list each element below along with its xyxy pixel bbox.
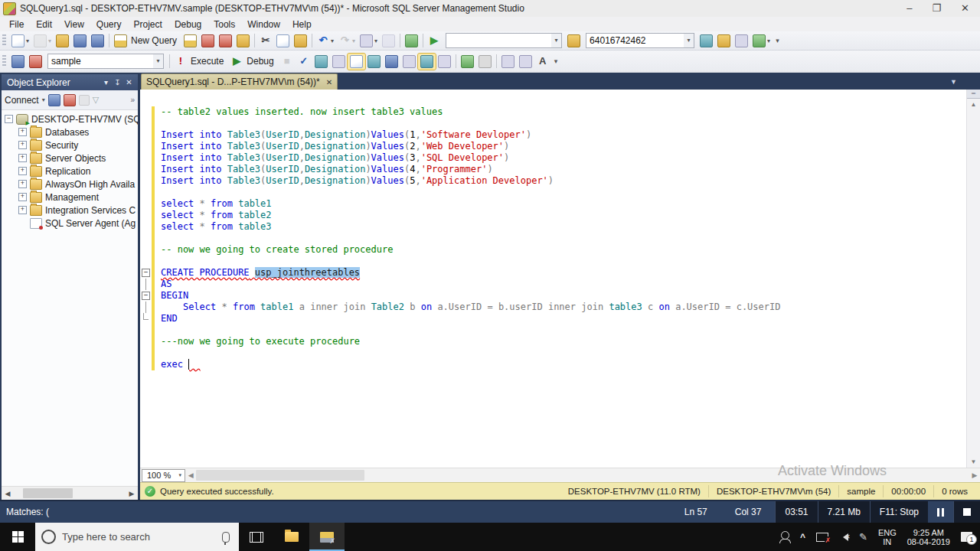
editor-vscrollbar[interactable]: ═ ▲ ▼ (966, 90, 980, 468)
zoom-combo[interactable]: 100 % ▾ (142, 469, 185, 482)
query-designer-icon[interactable] (330, 54, 348, 70)
tree-item-replication[interactable]: +Replication (2, 165, 138, 178)
ssms-taskbar-button[interactable] (309, 523, 345, 551)
redo-icon[interactable]: ↷▾ (336, 33, 358, 48)
new-file-icon[interactable]: ▾ (9, 33, 31, 49)
chevron-down-icon[interactable]: ▾ (42, 96, 45, 103)
overflow-icon[interactable]: » (130, 96, 135, 104)
refresh-icon[interactable] (79, 95, 90, 106)
expand-icon[interactable]: + (18, 154, 27, 162)
expand-icon[interactable]: + (18, 128, 27, 136)
tree-item-sql-server-agent-ag[interactable]: SQL Server Agent (Ag (2, 217, 138, 230)
tab-list-dropdown-icon[interactable]: ▼ (950, 78, 957, 86)
tree-item-management[interactable]: +Management (2, 191, 138, 204)
language-indicator[interactable]: ENG IN (878, 528, 897, 546)
include-client-statistics-icon[interactable] (383, 54, 400, 70)
pin-icon[interactable]: ↧ (112, 78, 123, 86)
expand-icon[interactable]: + (18, 141, 27, 149)
menu-edit[interactable]: Edit (30, 18, 58, 31)
query-toolbar-overflow[interactable]: ▾ (554, 57, 558, 65)
change-database-icon[interactable] (27, 54, 44, 70)
database-engine-query-icon[interactable] (181, 33, 199, 49)
chevron-down-icon[interactable]: ▾ (551, 34, 561, 47)
increase-indent-icon[interactable] (517, 54, 534, 70)
template-explorer-icon[interactable] (565, 33, 583, 49)
notification-icon[interactable] (961, 532, 972, 542)
people-icon[interactable] (781, 531, 789, 540)
scroll-left-icon[interactable]: ◀ (185, 471, 196, 479)
collapse-region-icon[interactable]: − (142, 269, 150, 277)
process-id-combo[interactable]: 64016742462▾ (586, 33, 694, 48)
database-combo[interactable]: sample▾ (47, 54, 164, 69)
tab-close-icon[interactable]: ✕ (326, 78, 332, 86)
mdx-query-icon[interactable] (199, 33, 217, 49)
open-file-icon[interactable] (54, 33, 71, 49)
paste-icon[interactable] (292, 33, 309, 49)
menu-project[interactable]: Project (128, 18, 168, 31)
scroll-up-icon[interactable]: ▲ (967, 99, 980, 110)
tree-item-security[interactable]: +Security (2, 139, 138, 152)
stop-server-icon[interactable] (64, 94, 76, 106)
editor-hscroll-thumb[interactable] (196, 470, 364, 481)
task-view-button[interactable] (239, 523, 274, 551)
xmla-query-icon[interactable] (234, 33, 252, 49)
debug-button[interactable]: ▶Debug (228, 54, 278, 69)
hscroll-thumb[interactable] (23, 488, 74, 498)
menu-view[interactable]: View (58, 18, 90, 31)
scroll-right-icon[interactable]: ▶ (126, 490, 138, 497)
comment-icon[interactable] (459, 54, 476, 70)
object-explorer-hscrollbar[interactable]: ◀ ▶ (2, 486, 138, 500)
activity-monitor-icon[interactable] (403, 33, 420, 49)
toolbox-icon[interactable] (733, 33, 750, 49)
network-disconnected-icon[interactable] (816, 533, 828, 542)
scroll-down-icon[interactable]: ▼ (967, 456, 980, 468)
editor-hscroll-track[interactable] (196, 468, 969, 482)
menu-file[interactable]: File (3, 18, 30, 31)
results-to-text-icon[interactable] (400, 54, 418, 70)
collapse-region-icon[interactable]: − (142, 292, 150, 300)
parse-icon[interactable]: ✓ (296, 54, 312, 69)
specify-template-values-icon[interactable] (348, 54, 365, 70)
disconnect-icon[interactable] (48, 94, 60, 106)
expand-icon[interactable]: + (18, 193, 27, 201)
menu-debug[interactable]: Debug (168, 18, 207, 31)
cut-icon[interactable]: ✂ (257, 33, 274, 48)
show-estimated-plan-icon[interactable] (312, 54, 330, 70)
uncomment-icon[interactable] (476, 54, 494, 70)
tray-chevron-up-icon[interactable]: ^ (800, 532, 805, 543)
change-connection-icon[interactable] (9, 54, 27, 70)
file-explorer-button[interactable] (274, 523, 309, 551)
maximize-button[interactable]: ❐ (932, 2, 941, 15)
tree-item-integration-services-c[interactable]: +Integration Services C (2, 204, 138, 217)
execute-button[interactable]: !Execute (172, 54, 228, 69)
copy-icon[interactable] (274, 33, 292, 49)
include-actual-plan-icon[interactable] (365, 54, 383, 70)
results-to-file-icon[interactable] (436, 54, 453, 70)
expand-icon[interactable]: + (18, 167, 27, 175)
expand-icon[interactable]: + (18, 180, 27, 188)
save-all-icon[interactable] (89, 33, 106, 49)
taskbar-search[interactable]: Type here to search (35, 523, 239, 551)
connect-button[interactable]: Connect (5, 95, 39, 106)
tree-item-server-objects[interactable]: +Server Objects (2, 152, 138, 165)
toolbar-grip[interactable] (2, 55, 6, 67)
pen-icon[interactable]: ✎ (859, 531, 867, 543)
filter-icon[interactable]: ▽ (93, 95, 99, 105)
deployment-combo[interactable]: ▾ (446, 33, 562, 48)
window-position-icon[interactable]: ▾ (100, 78, 112, 86)
menu-tools[interactable]: Tools (207, 18, 241, 31)
close-panel-icon[interactable]: ✕ (123, 78, 135, 86)
tree-item-alwayson-high-availa[interactable]: +AlwaysOn High Availa (2, 178, 138, 191)
results-to-grid-icon[interactable] (418, 54, 436, 70)
new-query-button[interactable]: New Query (112, 33, 181, 49)
scroll-left-icon[interactable]: ◀ (2, 490, 14, 497)
navigate-backward-icon[interactable]: ▾ (358, 33, 380, 49)
properties-window-icon[interactable] (715, 33, 733, 49)
object-search-icon[interactable] (697, 33, 715, 49)
microphone-icon[interactable] (222, 532, 230, 543)
tree-root-server[interactable]: −DESKTOP-ETHV7MV (SQL (2, 112, 138, 126)
standard-toolbar-overflow[interactable]: ▾ (776, 37, 779, 44)
menu-query[interactable]: Query (90, 18, 128, 31)
splitter-handle[interactable]: ═ (967, 90, 980, 99)
close-button[interactable]: ✕ (961, 2, 969, 15)
